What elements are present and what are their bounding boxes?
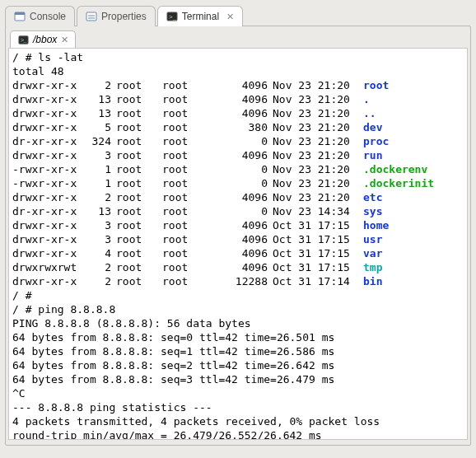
ls-filename: bin [363, 275, 382, 287]
ls-filename: .dockerenv [363, 163, 427, 175]
ls-row: drwxrwxrwt2rootroot4096Oct 31 17:15tmp [12, 260, 464, 274]
ls-filename: .. [363, 107, 376, 119]
ls-filename: proc [363, 135, 389, 147]
session-tab-bbox[interactable]: >_ /bbox ✕ [10, 30, 76, 48]
ls-filename: tmp [363, 261, 382, 273]
ls-row: dr-xr-xr-x13rootroot0Nov 23 14:34sys [12, 204, 464, 218]
console-icon [14, 11, 26, 22]
ls-row: -rwxr-xr-x1rootroot0Nov 23 21:20.dockeri… [12, 176, 464, 190]
ls-filename: root [363, 79, 389, 91]
terminal-session-icon: >_ [17, 34, 29, 45]
ls-filename: home [363, 219, 389, 231]
terminal-pane: >_ /bbox ✕ / # ls -lattotal 48drwxr-xr-x… [5, 26, 471, 446]
close-icon[interactable]: ✕ [226, 12, 234, 22]
ls-row: drwxr-xr-x5rootroot380Nov 23 21:20dev [12, 120, 464, 134]
terminal-icon: >_ [166, 11, 178, 22]
ls-row: drwxr-xr-x13rootroot4096Nov 23 21:20. [12, 92, 464, 106]
ls-row: drwxr-xr-x2rootroot12288Oct 31 17:14bin [12, 274, 464, 288]
close-icon[interactable]: ✕ [61, 35, 68, 45]
svg-rect-2 [86, 12, 96, 21]
ls-filename: .dockerinit [363, 177, 434, 189]
ls-filename: usr [363, 233, 382, 245]
ls-filename: . [363, 93, 370, 105]
ls-row: drwxr-xr-x3rootroot4096Oct 31 17:15usr [12, 232, 464, 246]
ls-filename: sys [363, 205, 382, 217]
view-tab-bar: Console Properties >_ Terminal ✕ [0, 0, 476, 26]
tab-terminal[interactable]: >_ Terminal ✕ [157, 6, 243, 26]
ls-row: drwxr-xr-x13rootroot4096Nov 23 21:20.. [12, 106, 464, 120]
svg-rect-1 [15, 12, 25, 15]
tab-properties[interactable]: Properties [77, 6, 156, 26]
tab-properties-label: Properties [101, 11, 147, 22]
ls-filename: run [363, 149, 382, 161]
terminal-output[interactable]: / # ls -lattotal 48drwxr-xr-x2rootroot40… [8, 48, 468, 440]
ls-filename: dev [363, 121, 382, 133]
tab-terminal-label: Terminal [182, 11, 219, 22]
session-tab-label: /bbox [33, 34, 57, 45]
properties-icon [86, 11, 97, 22]
ls-row: dr-xr-xr-x324rootroot0Nov 23 21:20proc [12, 134, 464, 148]
tab-console[interactable]: Console [5, 6, 75, 26]
ls-filename: etc [363, 191, 382, 203]
ls-row: drwxr-xr-x2rootroot4096Nov 23 21:20etc [12, 190, 464, 204]
svg-text:>_: >_ [169, 13, 177, 21]
ls-filename: var [363, 247, 382, 259]
ls-row: drwxr-xr-x3rootroot4096Oct 31 17:15home [12, 218, 464, 232]
ls-row: drwxr-xr-x3rootroot4096Nov 23 21:20run [12, 148, 464, 162]
tab-console-label: Console [30, 11, 66, 22]
svg-text:>_: >_ [20, 36, 26, 44]
ls-row: -rwxr-xr-x1rootroot0Nov 23 21:20.dockere… [12, 162, 464, 176]
ls-row: drwxr-xr-x2rootroot4096Nov 23 21:20root [12, 78, 464, 92]
ls-row: drwxr-xr-x4rootroot4096Oct 31 17:15var [12, 246, 464, 260]
session-tab-bar: >_ /bbox ✕ [8, 29, 468, 48]
